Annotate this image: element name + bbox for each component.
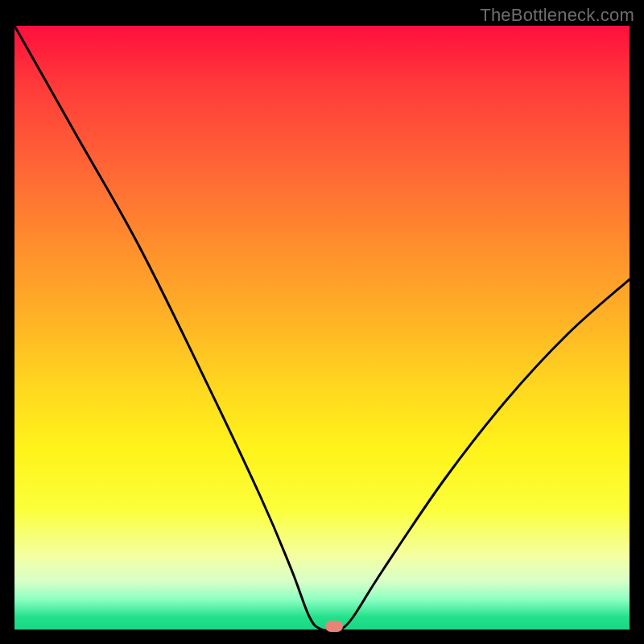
watermark-text: TheBottleneck.com <box>480 5 634 26</box>
chart-container: TheBottleneck.com <box>0 0 644 644</box>
optimal-point-marker <box>325 621 343 632</box>
bottleneck-curve <box>14 26 630 630</box>
plot-area <box>14 26 630 630</box>
